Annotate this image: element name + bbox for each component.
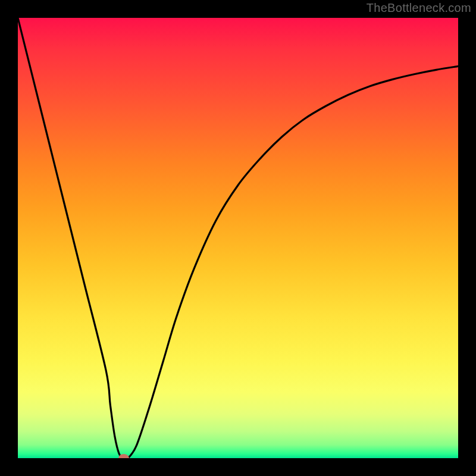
plot-area (18, 18, 458, 458)
minimum-marker (118, 454, 129, 458)
curve-svg (18, 18, 458, 458)
watermark-text: TheBottleneck.com (367, 1, 471, 15)
chart-frame: TheBottleneck.com (0, 0, 476, 476)
bottleneck-curve (18, 18, 458, 458)
